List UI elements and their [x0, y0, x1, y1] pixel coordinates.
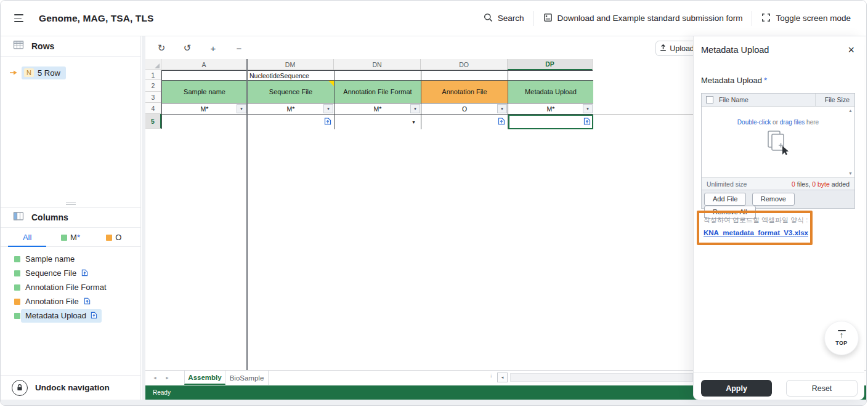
column-header-do[interactable]: DO	[421, 59, 508, 70]
file-upload-icon	[84, 296, 91, 307]
redo-icon[interactable]: ↻	[153, 40, 169, 56]
column-header-dn[interactable]: DN	[334, 59, 421, 70]
search-button[interactable]: Search	[474, 13, 533, 24]
scroll-down-icon[interactable]: ▼	[848, 171, 853, 175]
download-example-form-button[interactable]: Download and Example standard submission…	[534, 13, 752, 24]
reset-button[interactable]: Reset	[786, 380, 858, 397]
cell-dropdown-arrow[interactable]: ▼	[412, 120, 416, 124]
scroll-to-top-button[interactable]: ↑ TOP	[824, 321, 859, 355]
field-header-sample-name[interactable]: Sample name	[162, 81, 248, 103]
panel-resize-handle[interactable]	[1, 198, 140, 208]
dropzone-hint[interactable]: Double-click or drag files here	[702, 119, 854, 159]
sheet-nav-left-icon[interactable]: ◄	[153, 371, 157, 385]
scrollbar-left-arrow[interactable]: ◄	[497, 373, 508, 382]
row-header-4[interactable]: 4	[145, 103, 161, 114]
input-cell-dn5[interactable]: ▼	[335, 115, 421, 129]
requirement-cell-dm4[interactable]: M*▼	[248, 103, 335, 115]
row-header-5-selected[interactable]: 5	[145, 114, 161, 129]
tab-all-columns[interactable]: All	[6, 228, 49, 246]
sheet-nav-right-icon[interactable]: ►	[165, 371, 169, 385]
horizontal-scrollbar[interactable]	[510, 373, 693, 382]
requirement-cell-dn4[interactable]: M*▼	[335, 103, 421, 115]
scroll-up-icon[interactable]: ▲	[848, 108, 853, 113]
requirement-cell-a4[interactable]: M*▼	[162, 103, 248, 115]
column-header-a[interactable]: A	[161, 59, 247, 70]
input-cell-dm5[interactable]	[248, 115, 335, 129]
input-cell-dp5-selected[interactable]	[508, 115, 593, 129]
dropdown-button[interactable]: ▼	[497, 104, 507, 113]
input-cell-do5[interactable]	[421, 115, 508, 129]
row-header-1[interactable]: 1	[145, 70, 161, 80]
hamburger-menu-icon[interactable]	[8, 8, 31, 29]
file-upload-icon	[81, 268, 88, 279]
field-header-annotation-file-format[interactable]: Annotation File Format	[335, 81, 421, 103]
cell-dn1[interactable]	[335, 71, 421, 81]
cell-note-marker	[328, 81, 334, 86]
status-text: Ready	[145, 389, 171, 396]
metadata-format-download-link[interactable]: KNA_metadata_format_V3.xlsx	[704, 229, 808, 236]
undo-icon[interactable]: ↺	[179, 40, 195, 56]
sheet-tab-assembly[interactable]: Assembly	[184, 371, 225, 385]
dropdown-button[interactable]: ▼	[410, 104, 420, 113]
column-header-dm[interactable]: DM	[247, 59, 334, 70]
cell-do1[interactable]	[421, 71, 508, 81]
tab-optional-columns[interactable]: O	[92, 228, 136, 246]
fullscreen-icon	[761, 13, 771, 24]
file-summary-row: Unlimited size 0 files, 0 byte added	[702, 177, 854, 190]
select-all-checkbox[interactable]	[706, 96, 713, 103]
lock-icon	[12, 380, 28, 396]
cell-dp1[interactable]	[508, 71, 593, 81]
column-item-sample-name[interactable]: Sample name	[1, 252, 140, 266]
dropdown-button[interactable]: ▼	[323, 104, 333, 113]
upload-button[interactable]: Upload	[655, 41, 699, 56]
undock-navigation-button[interactable]: Undock navigation	[1, 375, 140, 400]
mandatory-color-swatch	[14, 256, 20, 262]
page-title: Genome, MAG, TSA, TLS	[39, 13, 153, 24]
sidebar-gutter	[142, 36, 145, 400]
zoom-out-icon[interactable]: −	[231, 40, 247, 56]
metadata-upload-panel: Metadata Upload × Metadata Upload* File …	[693, 36, 864, 400]
column-item-metadata-upload[interactable]: Metadata Upload	[1, 308, 140, 323]
column-item-sequence-file[interactable]: Sequence File	[1, 266, 140, 280]
requirement-cell-dp4[interactable]: M*▼	[508, 103, 593, 115]
requirement-cell-do4[interactable]: O▼	[421, 103, 508, 115]
navigation-sidebar: Rows N 5 Row Columns All M*	[1, 36, 141, 400]
top-button-label: TOP	[835, 340, 848, 346]
input-cell-a5[interactable]	[162, 115, 248, 129]
download-example-form-label: Download and Example standard submission…	[558, 14, 743, 23]
row-header-3[interactable]: 3	[145, 92, 161, 103]
row-count-label: 5 Row	[38, 68, 60, 78]
file-drop-area[interactable]: ▲ ▼ Double-click or drag files here	[702, 107, 854, 177]
cell-dm1-group-title[interactable]: NucleotideSequence	[248, 71, 335, 81]
select-all-corner[interactable]	[145, 59, 161, 70]
column-item-annotation-file[interactable]: Annotation File	[1, 294, 140, 308]
field-header-metadata-upload[interactable]: Metadata Upload	[508, 81, 593, 103]
file-upload-icon[interactable]	[498, 118, 505, 127]
row-pointer-icon	[9, 67, 18, 78]
toggle-screen-mode-button[interactable]: Toggle screen mode	[752, 13, 860, 24]
required-mark: *	[764, 76, 767, 85]
rows-tree-item[interactable]: N 5 Row	[9, 65, 66, 81]
dropdown-button[interactable]: ▼	[583, 104, 593, 113]
row-header-2[interactable]: 2	[145, 80, 161, 92]
zoom-in-icon[interactable]: +	[205, 40, 221, 56]
mandatory-color-swatch	[14, 313, 20, 319]
field-header-annotation-file[interactable]: Annotation File	[421, 81, 508, 103]
file-upload-icon[interactable]	[324, 118, 331, 127]
close-icon[interactable]: ×	[845, 43, 857, 57]
sheet-tab-biosample[interactable]: BioSample	[225, 371, 269, 385]
remove-button[interactable]: Remove	[752, 193, 795, 206]
apply-button[interactable]: Apply	[701, 380, 772, 397]
page-bottom-strip	[1, 400, 866, 406]
scrollbar-resize-dots[interactable]: ⁞	[490, 373, 492, 379]
columns-panel-header: Columns	[1, 208, 140, 228]
dropdown-button[interactable]: ▼	[237, 104, 246, 113]
file-upload-icon[interactable]	[583, 118, 591, 127]
column-item-annotation-file-format[interactable]: Annotation File Format	[1, 280, 140, 294]
tab-mandatory-columns[interactable]: M*	[49, 228, 92, 246]
column-header-dp-selected[interactable]: DP	[508, 59, 593, 70]
field-header-sequence-file[interactable]: Sequence File	[248, 81, 335, 103]
dropzone-text: Double-click or drag files here	[702, 119, 854, 126]
add-file-button[interactable]: Add File	[704, 193, 746, 206]
cell-a1[interactable]	[162, 71, 248, 81]
